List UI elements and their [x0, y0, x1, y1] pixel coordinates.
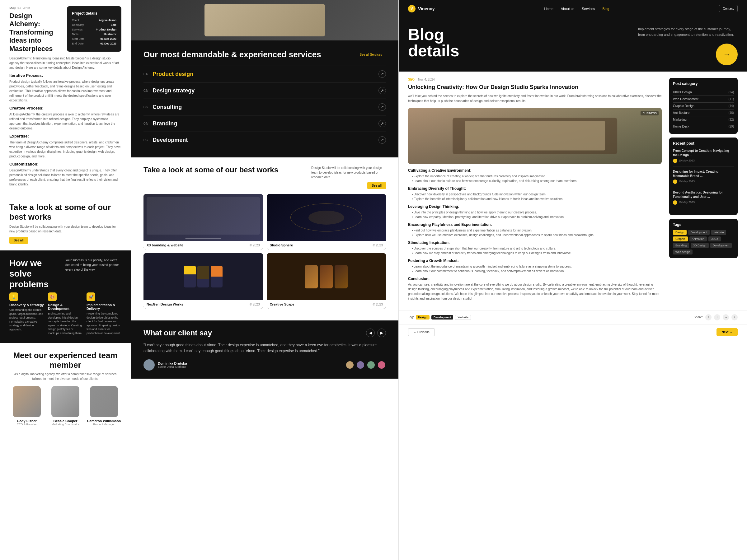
section-text: At DesignAlchemy, the creative process i… — [9, 112, 121, 131]
how-card-title: Design & Development — [48, 303, 83, 311]
service-arrow: ↗ — [379, 87, 386, 94]
sidebar-tag[interactable]: Website — [711, 230, 726, 235]
client-prev-button[interactable]: ◀ — [366, 328, 375, 337]
work-card-name: NexGen Design Works — [147, 302, 183, 306]
content-section-title: Fostering a Growth Mindset: — [408, 259, 662, 263]
service-item[interactable]: 05/ Development ↗ — [144, 132, 386, 148]
content-section-title: Conclusion: — [408, 276, 662, 281]
mid-see-all-button[interactable]: See all — [367, 182, 386, 189]
tags-title: Tags — [673, 222, 734, 227]
sidebar-category-item[interactable]: Graphic Design(14) — [673, 103, 734, 109]
blog-hero-desc: Implement strategies for every stage of … — [638, 26, 738, 37]
how-card-text: Understanding the client's goals, target… — [9, 308, 44, 331]
client-title: What our client say — [144, 328, 212, 337]
category-name: UI/UX Design — [673, 90, 692, 94]
service-num: 02/ — [144, 89, 148, 92]
blog-tag: SEO — [408, 78, 415, 81]
nav-link-about-us[interactable]: About us — [561, 7, 574, 10]
prev-button[interactable]: ← Previous — [408, 328, 435, 336]
next-button[interactable]: Next → — [717, 328, 738, 336]
work-card[interactable]: Studio Sphere © 2023 — [267, 194, 386, 249]
nav-link-blog[interactable]: Blog — [602, 7, 609, 10]
sidebar-tag[interactable]: Design — [673, 230, 687, 235]
recent-post-date: 10 May 2023 — [678, 159, 695, 162]
nav-link-services[interactable]: Services — [582, 7, 595, 10]
how-subtitle: Your success is our priority, and we're … — [66, 258, 121, 272]
blog-section: Customization:DesignAlchemy understands … — [9, 162, 121, 187]
project-row-value: Illustrator — [103, 33, 117, 36]
sidebar-category-item[interactable]: Home Deck(29) — [673, 123, 734, 130]
linkedin-icon[interactable]: li — [731, 314, 738, 320]
instagram-icon[interactable]: in — [723, 314, 729, 320]
services-title: Our most demandable & experienced servic… — [144, 50, 321, 59]
service-item[interactable]: 03/ Consulting ↗ — [144, 99, 386, 115]
sidebar-category-item[interactable]: Architecture(16) — [673, 109, 734, 116]
category-name: Graphic Design — [673, 104, 694, 108]
left-best-works: Take a look at some of our best works De… — [0, 196, 131, 250]
section-text: Product design typically follows an iter… — [9, 79, 121, 103]
sidebar-tag[interactable]: Graphic — [673, 236, 688, 241]
sidebar-tag[interactable]: Branding — [673, 243, 689, 248]
project-row-value: Argive Jason — [99, 19, 117, 22]
twitter-icon[interactable]: t — [714, 314, 720, 320]
work-card[interactable]: Creative Scape © 2023 — [267, 253, 386, 309]
team-card: Cody Fisher CEO & Founder — [9, 386, 44, 426]
how-card-text: Presenting the completed design delivera… — [86, 312, 121, 336]
team-avatar — [90, 386, 118, 417]
work-card-year: © 2023 — [250, 303, 260, 306]
how-card-icon: 💡 — [9, 292, 18, 301]
footer-tag-1[interactable]: Design — [416, 315, 430, 320]
work-card[interactable]: X3 branding & website © 2023 — [144, 194, 263, 249]
testimonial-avatar-3 — [367, 361, 376, 369]
content-bullet: Explore how we use creative exercises, d… — [408, 233, 662, 237]
services-header: Our most demandable & experienced servic… — [144, 50, 386, 59]
category-count: (11) — [728, 97, 734, 101]
service-item[interactable]: 04/ Branding ↗ — [144, 115, 386, 132]
content-section: Cultivating a Creative Environment:Explo… — [408, 168, 662, 183]
footer-tag-3[interactable]: Website — [455, 315, 471, 320]
footer-tag-2[interactable]: Development — [431, 315, 454, 320]
blog-section: Iterative Process:Product design typical… — [9, 73, 121, 103]
team-role: Marketing Coordinator — [48, 423, 83, 426]
sidebar-tag[interactable]: Web design — [673, 249, 693, 255]
project-row-value: 01 Dec 2023 — [100, 37, 117, 41]
category-name: Web Development — [673, 97, 698, 101]
sidebar-tag[interactable]: Development — [688, 230, 710, 235]
work-card-footer: X3 branding & website © 2023 — [144, 241, 263, 249]
sidebar-category-item[interactable]: UI/UX Design(24) — [673, 89, 734, 96]
sidebar-tag[interactable]: 3D Design — [691, 243, 709, 248]
service-item[interactable]: 01/ Product design ↗ — [144, 65, 386, 82]
sidebar-category-item[interactable]: Web Development(11) — [673, 96, 734, 103]
blog-date-right: Nov 4, 2024 — [418, 78, 435, 81]
client-next-button[interactable]: ▶ — [377, 328, 386, 337]
sidebar-category-item[interactable]: Marketing(32) — [673, 116, 734, 123]
how-card-icon: 🚀 — [86, 292, 95, 301]
recent-post-item[interactable]: From Concept to Creation: Navigating the… — [673, 149, 734, 166]
category-name: Marketing — [673, 118, 687, 121]
blog-desc: DesignAlchemy: Transforming Ideas into M… — [9, 56, 121, 70]
content-bullet: Explore the benefits of interdisciplinar… — [408, 196, 662, 201]
sidebar-tag[interactable]: Animation — [689, 236, 707, 241]
contact-button[interactable]: Contact — [719, 5, 738, 12]
sidebar-tag[interactable]: UI/UX — [709, 236, 721, 241]
see-all-services-link[interactable]: See all Services → — [360, 53, 386, 56]
recent-post-item[interactable]: Designing for Impact: Creating Memorable… — [673, 169, 734, 187]
categories-box: Post category UI/UX Design(24)Web Develo… — [669, 78, 738, 134]
facebook-icon[interactable]: f — [705, 314, 712, 320]
work-card[interactable]: NexGen Design Works © 2023 — [144, 253, 263, 309]
sidebar-tag[interactable]: Development — [710, 243, 732, 248]
client-role: Senior Digital Marketer — [158, 365, 187, 368]
content-bullet: Find out how we embrace playfulness and … — [408, 228, 662, 233]
how-card: 🚀Implementation & DeliveryPresenting the… — [86, 292, 121, 336]
client-quote: "I can't say enough good things about Vi… — [144, 342, 386, 354]
nav-link-home[interactable]: Home — [544, 7, 553, 10]
team-role: CEO & Founder — [9, 423, 44, 426]
content-bullet: Explore the importance of creating a wor… — [408, 174, 662, 179]
service-item[interactable]: 02/ Design strategy ↗ — [144, 82, 386, 99]
section-title: Customization: — [9, 162, 121, 166]
testimonial-avatar-2 — [356, 361, 365, 369]
service-num: 03/ — [144, 105, 148, 109]
recent-post-item[interactable]: Beyond Aesthetics: Designing for Functio… — [673, 190, 734, 208]
see-all-button[interactable]: See all — [9, 237, 28, 244]
team-name: Cody Fisher — [9, 419, 44, 423]
